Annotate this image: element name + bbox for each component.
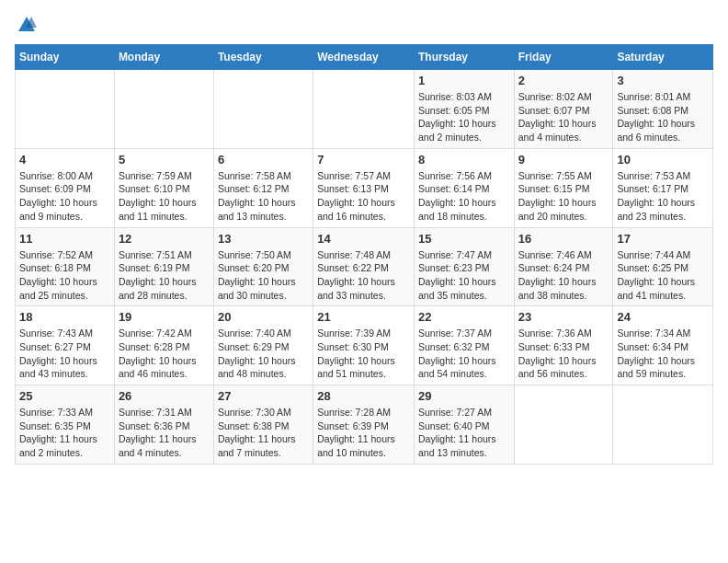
logo-icon (17, 15, 37, 35)
weekday-header: Monday (114, 45, 213, 70)
day-number: 22 (418, 310, 510, 324)
day-number: 20 (218, 310, 309, 324)
day-number: 15 (418, 232, 510, 246)
calendar-cell: 14Sunrise: 7:48 AM Sunset: 6:22 PM Dayli… (313, 227, 415, 306)
day-number: 17 (617, 232, 709, 246)
day-info: Sunrise: 7:58 AM Sunset: 6:12 PM Dayligh… (218, 169, 309, 224)
day-number: 18 (19, 310, 110, 324)
day-number: 5 (119, 153, 210, 167)
day-info: Sunrise: 7:40 AM Sunset: 6:29 PM Dayligh… (218, 327, 309, 381)
calendar-cell: 19Sunrise: 7:42 AM Sunset: 6:28 PM Dayli… (114, 306, 213, 385)
day-info: Sunrise: 7:51 AM Sunset: 6:19 PM Dayligh… (119, 248, 210, 303)
day-info: Sunrise: 8:01 AM Sunset: 6:08 PM Dayligh… (617, 90, 709, 144)
calendar-cell: 12Sunrise: 7:51 AM Sunset: 6:19 PM Dayli… (114, 227, 213, 306)
day-info: Sunrise: 7:28 AM Sunset: 6:39 PM Dayligh… (317, 406, 410, 460)
day-info: Sunrise: 7:42 AM Sunset: 6:28 PM Dayligh… (119, 327, 210, 381)
weekday-header: Saturday (613, 45, 713, 70)
day-info: Sunrise: 7:59 AM Sunset: 6:10 PM Dayligh… (119, 169, 210, 224)
weekday-header: Friday (514, 45, 613, 70)
calendar-cell: 21Sunrise: 7:39 AM Sunset: 6:30 PM Dayli… (313, 306, 415, 385)
day-number: 16 (518, 232, 609, 246)
weekday-header: Wednesday (313, 45, 415, 70)
calendar-cell: 5Sunrise: 7:59 AM Sunset: 6:10 PM Daylig… (114, 148, 213, 227)
calendar-row: 18Sunrise: 7:43 AM Sunset: 6:27 PM Dayli… (16, 306, 713, 385)
day-info: Sunrise: 7:48 AM Sunset: 6:22 PM Dayligh… (317, 248, 410, 303)
calendar-cell: 18Sunrise: 7:43 AM Sunset: 6:27 PM Dayli… (16, 306, 115, 385)
day-number: 26 (119, 389, 210, 403)
day-number: 2 (518, 74, 609, 87)
day-number: 25 (19, 389, 110, 403)
calendar-row: 25Sunrise: 7:33 AM Sunset: 6:35 PM Dayli… (16, 385, 713, 465)
calendar-cell: 1Sunrise: 8:03 AM Sunset: 6:05 PM Daylig… (414, 70, 514, 149)
day-number: 24 (617, 310, 709, 324)
day-info: Sunrise: 7:37 AM Sunset: 6:32 PM Dayligh… (418, 327, 510, 381)
day-number: 14 (317, 232, 410, 246)
day-info: Sunrise: 7:36 AM Sunset: 6:33 PM Dayligh… (518, 327, 609, 381)
calendar-cell (213, 70, 313, 149)
calendar-row: 11Sunrise: 7:52 AM Sunset: 6:18 PM Dayli… (16, 227, 713, 306)
calendar-cell: 20Sunrise: 7:40 AM Sunset: 6:29 PM Dayli… (213, 306, 313, 385)
calendar-cell: 2Sunrise: 8:02 AM Sunset: 6:07 PM Daylig… (514, 70, 613, 149)
day-number: 10 (617, 153, 709, 167)
calendar-cell: 8Sunrise: 7:56 AM Sunset: 6:14 PM Daylig… (414, 148, 514, 227)
calendar-cell: 29Sunrise: 7:27 AM Sunset: 6:40 PM Dayli… (414, 385, 514, 465)
day-info: Sunrise: 7:27 AM Sunset: 6:40 PM Dayligh… (418, 406, 510, 460)
logo (15, 15, 37, 35)
calendar-row: 4Sunrise: 8:00 AM Sunset: 6:09 PM Daylig… (16, 148, 713, 227)
day-number: 28 (317, 389, 410, 403)
day-info: Sunrise: 7:30 AM Sunset: 6:38 PM Dayligh… (218, 406, 309, 460)
day-info: Sunrise: 8:00 AM Sunset: 6:09 PM Dayligh… (19, 169, 110, 224)
header (15, 15, 713, 35)
calendar-cell (16, 70, 115, 149)
day-info: Sunrise: 7:44 AM Sunset: 6:25 PM Dayligh… (617, 248, 709, 303)
calendar-row: 1Sunrise: 8:03 AM Sunset: 6:05 PM Daylig… (16, 70, 713, 149)
day-number: 13 (218, 232, 309, 246)
calendar-table: SundayMondayTuesdayWednesdayThursdayFrid… (15, 44, 713, 465)
day-number: 1 (418, 74, 510, 87)
weekday-header: Thursday (414, 45, 514, 70)
calendar-cell: 27Sunrise: 7:30 AM Sunset: 6:38 PM Dayli… (213, 385, 313, 465)
day-number: 3 (617, 74, 709, 87)
calendar-cell: 6Sunrise: 7:58 AM Sunset: 6:12 PM Daylig… (213, 148, 313, 227)
day-info: Sunrise: 7:50 AM Sunset: 6:20 PM Dayligh… (218, 248, 309, 303)
calendar-cell: 26Sunrise: 7:31 AM Sunset: 6:36 PM Dayli… (114, 385, 213, 465)
day-info: Sunrise: 7:56 AM Sunset: 6:14 PM Dayligh… (418, 169, 510, 224)
day-info: Sunrise: 7:57 AM Sunset: 6:13 PM Dayligh… (317, 169, 410, 224)
calendar-header: SundayMondayTuesdayWednesdayThursdayFrid… (16, 45, 713, 70)
day-number: 27 (218, 389, 309, 403)
day-number: 4 (19, 153, 110, 167)
day-number: 9 (518, 153, 609, 167)
day-info: Sunrise: 7:46 AM Sunset: 6:24 PM Dayligh… (518, 248, 609, 303)
day-info: Sunrise: 7:47 AM Sunset: 6:23 PM Dayligh… (418, 248, 510, 303)
calendar-cell: 9Sunrise: 7:55 AM Sunset: 6:15 PM Daylig… (514, 148, 613, 227)
day-info: Sunrise: 7:55 AM Sunset: 6:15 PM Dayligh… (518, 169, 609, 224)
calendar-cell: 23Sunrise: 7:36 AM Sunset: 6:33 PM Dayli… (514, 306, 613, 385)
day-info: Sunrise: 7:31 AM Sunset: 6:36 PM Dayligh… (119, 406, 210, 460)
calendar-cell: 13Sunrise: 7:50 AM Sunset: 6:20 PM Dayli… (213, 227, 313, 306)
day-info: Sunrise: 7:43 AM Sunset: 6:27 PM Dayligh… (19, 327, 110, 381)
calendar-cell: 28Sunrise: 7:28 AM Sunset: 6:39 PM Dayli… (313, 385, 415, 465)
weekday-header: Sunday (16, 45, 115, 70)
calendar-cell: 10Sunrise: 7:53 AM Sunset: 6:17 PM Dayli… (613, 148, 713, 227)
weekday-header: Tuesday (213, 45, 313, 70)
calendar-cell (613, 385, 713, 465)
day-number: 11 (19, 232, 110, 246)
calendar-cell: 3Sunrise: 8:01 AM Sunset: 6:08 PM Daylig… (613, 70, 713, 149)
calendar-cell: 11Sunrise: 7:52 AM Sunset: 6:18 PM Dayli… (16, 227, 115, 306)
calendar-cell: 7Sunrise: 7:57 AM Sunset: 6:13 PM Daylig… (313, 148, 415, 227)
day-number: 21 (317, 310, 410, 324)
calendar-body: 1Sunrise: 8:03 AM Sunset: 6:05 PM Daylig… (16, 70, 713, 465)
weekday-row: SundayMondayTuesdayWednesdayThursdayFrid… (16, 45, 713, 70)
calendar-cell: 17Sunrise: 7:44 AM Sunset: 6:25 PM Dayli… (613, 227, 713, 306)
day-number: 12 (119, 232, 210, 246)
calendar-cell (514, 385, 613, 465)
day-number: 23 (518, 310, 609, 324)
calendar-cell: 16Sunrise: 7:46 AM Sunset: 6:24 PM Dayli… (514, 227, 613, 306)
calendar-cell: 22Sunrise: 7:37 AM Sunset: 6:32 PM Dayli… (414, 306, 514, 385)
day-number: 29 (418, 389, 510, 403)
calendar-cell (114, 70, 213, 149)
day-info: Sunrise: 8:03 AM Sunset: 6:05 PM Dayligh… (418, 90, 510, 144)
calendar-cell: 15Sunrise: 7:47 AM Sunset: 6:23 PM Dayli… (414, 227, 514, 306)
calendar-cell: 4Sunrise: 8:00 AM Sunset: 6:09 PM Daylig… (16, 148, 115, 227)
day-info: Sunrise: 7:34 AM Sunset: 6:34 PM Dayligh… (617, 327, 709, 381)
